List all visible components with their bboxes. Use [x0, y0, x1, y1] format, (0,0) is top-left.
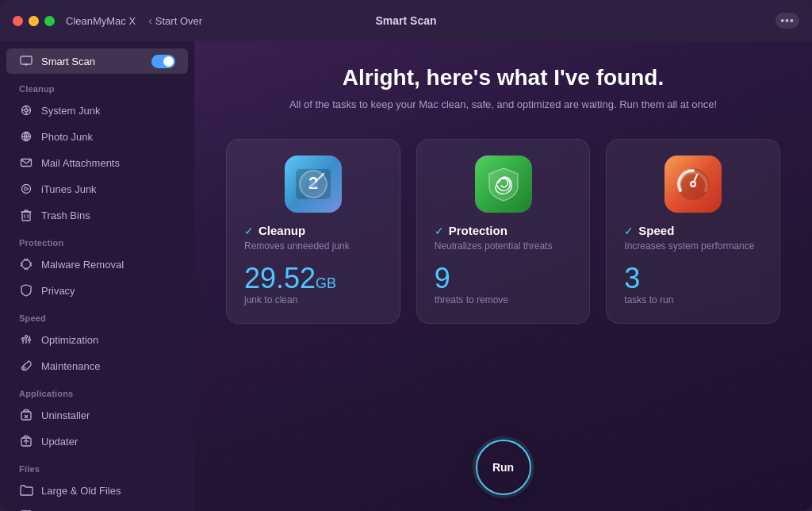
updater-label: Updater: [41, 436, 78, 448]
privacy-icon: [19, 283, 33, 298]
monitor-icon: [19, 54, 33, 68]
svg-point-30: [22, 338, 25, 340]
sidebar-item-optimization[interactable]: Optimization: [6, 327, 188, 352]
svg-rect-15: [22, 212, 30, 221]
itunes-junk-label: iTunes Junk: [41, 183, 97, 195]
svg-point-33: [25, 336, 28, 338]
more-options-button[interactable]: •••: [776, 13, 799, 29]
cleanup-card: 2 ✓ Cleanup Removes unneeded junk 29.52G…: [226, 139, 400, 324]
section-label-applications: Applications: [0, 379, 194, 402]
svg-rect-0: [21, 56, 32, 64]
speed-card-number: 3: [624, 264, 640, 293]
sidebar-item-uninstaller[interactable]: Uninstaller: [6, 402, 188, 428]
system-junk-label: System Junk: [41, 105, 100, 117]
uninstaller-icon: [19, 408, 33, 422]
trash-bins-label: Trash Bins: [41, 209, 90, 221]
updater-icon: [19, 434, 33, 448]
protection-number-label: threats to remove: [435, 294, 508, 305]
speed-card-icon: [665, 156, 722, 213]
protection-card-icon: [475, 156, 532, 213]
photo-junk-icon: [19, 129, 33, 144]
sidebar-item-large-old-files[interactable]: Large & Old Files: [6, 478, 188, 503]
section-label-files: Files: [0, 455, 194, 477]
app-name: CleanMyMac X: [66, 15, 136, 27]
back-label: Start Over: [155, 15, 202, 27]
system-junk-icon: [19, 103, 33, 117]
minimize-button[interactable]: [29, 16, 39, 26]
cleanup-card-icon: 2: [285, 156, 342, 213]
section-label-protection: Protection: [0, 229, 194, 251]
sidebar-item-itunes-junk[interactable]: iTunes Junk: [6, 176, 188, 202]
sidebar-item-shredder[interactable]: Shredder: [6, 504, 188, 511]
cleanup-title-row: ✓ Cleanup: [244, 224, 305, 237]
sidebar-item-photo-junk[interactable]: Photo Junk: [6, 124, 188, 149]
close-button[interactable]: [13, 16, 23, 26]
speed-check-icon: ✓: [624, 225, 634, 237]
cards-row: 2 ✓ Cleanup Removes unneeded junk 29.52G…: [226, 139, 780, 324]
section-label-cleanup: Cleanup: [0, 75, 194, 97]
app-window: CleanMyMac X ‹ Start Over Smart Scan •••…: [0, 0, 812, 511]
speed-card: ✓ Speed Increases system performance 3 t…: [606, 139, 780, 324]
protection-card: ✓ Protection Neutralizes potential threa…: [416, 139, 591, 324]
mail-icon: [19, 156, 33, 170]
large-old-files-label: Large & Old Files: [41, 485, 121, 497]
svg-point-36: [29, 339, 31, 341]
maintenance-label: Maintenance: [41, 360, 100, 372]
sidebar-item-mail-attachments[interactable]: Mail Attachments: [6, 150, 188, 175]
smart-scan-label: Smart Scan: [41, 56, 95, 67]
run-button-container: Run: [476, 440, 531, 495]
maximize-button[interactable]: [44, 16, 55, 26]
uninstaller-label: Uninstaller: [41, 409, 90, 421]
trash-icon: [19, 208, 33, 222]
cleanup-card-title: Cleanup: [259, 224, 305, 237]
mail-attachments-label: Mail Attachments: [41, 157, 120, 169]
svg-rect-38: [21, 412, 31, 420]
section-label-speed: Speed: [0, 304, 194, 326]
photo-junk-label: Photo Junk: [41, 131, 93, 143]
protection-card-number: 9: [435, 264, 450, 293]
sidebar-item-smart-scan[interactable]: Smart Scan: [6, 48, 188, 74]
cleanup-check-icon: ✓: [244, 225, 254, 237]
protection-title-row: ✓ Protection: [435, 224, 508, 237]
main-content: Smart Scan Cleanup System Junk: [0, 41, 812, 511]
run-button[interactable]: Run: [476, 440, 531, 495]
sidebar-item-privacy[interactable]: Privacy: [6, 278, 188, 303]
right-panel: Alright, here's what I've found. All of …: [194, 41, 812, 511]
svg-point-4: [25, 109, 28, 112]
speed-card-title: Speed: [638, 224, 674, 237]
svg-point-37: [23, 367, 25, 370]
optimization-label: Optimization: [41, 334, 98, 346]
sidebar-item-updater[interactable]: Updater: [6, 428, 188, 454]
chevron-left-icon: ‹: [148, 14, 152, 27]
sidebar-item-trash-bins[interactable]: Trash Bins: [6, 202, 188, 228]
traffic-lights: [13, 16, 55, 26]
protection-card-desc: Neutralizes potential threats: [435, 240, 553, 252]
panel-title: Alright, here's what I've found.: [343, 65, 664, 90]
cleanup-number-label: junk to clean: [244, 294, 297, 305]
maintenance-icon: [19, 359, 33, 373]
speed-title-row: ✓ Speed: [624, 224, 674, 237]
sidebar-item-system-junk[interactable]: System Junk: [6, 98, 188, 123]
cleanup-card-number: 29.52GB: [244, 264, 336, 293]
title-bar: CleanMyMac X ‹ Start Over Smart Scan •••: [0, 0, 812, 41]
back-button[interactable]: ‹ Start Over: [148, 14, 202, 27]
sidebar-item-malware-removal[interactable]: Malware Removal: [6, 252, 188, 277]
svg-point-19: [22, 260, 31, 269]
sidebar-item-maintenance[interactable]: Maintenance: [6, 353, 188, 378]
malware-removal-label: Malware Removal: [41, 259, 124, 271]
smart-scan-toggle[interactable]: [151, 55, 175, 68]
privacy-label: Privacy: [41, 285, 75, 297]
protection-card-title: Protection: [449, 224, 508, 237]
itunes-icon: [19, 182, 33, 196]
optimization-icon: [19, 332, 33, 347]
cleanup-card-desc: Removes unneeded junk: [244, 240, 350, 252]
window-title: Smart Scan: [375, 14, 436, 27]
svg-point-58: [691, 182, 695, 186]
panel-subtitle: All of the tasks to keep your Mac clean,…: [289, 98, 717, 110]
sidebar: Smart Scan Cleanup System Junk: [0, 41, 194, 511]
malware-icon: [19, 257, 33, 271]
speed-number-label: tasks to run: [624, 294, 673, 305]
folder-icon: [19, 483, 33, 498]
protection-check-icon: ✓: [435, 225, 444, 237]
speed-card-desc: Increases system performance: [624, 240, 754, 252]
